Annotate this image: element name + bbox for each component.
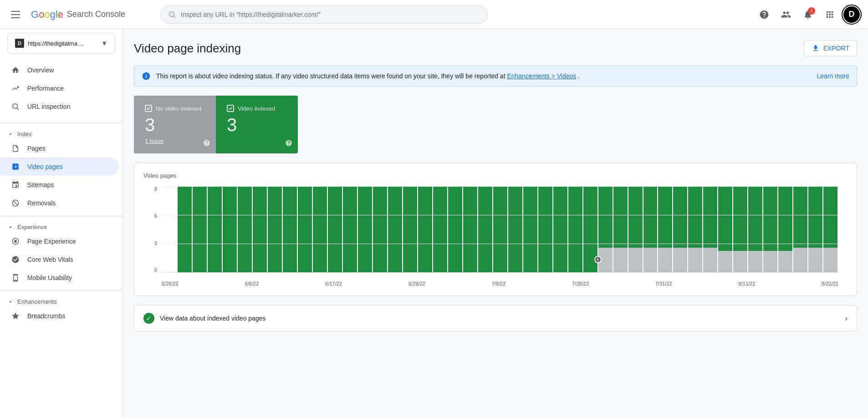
- bar-grey[interactable]: [628, 248, 643, 272]
- search-input[interactable]: [181, 11, 480, 18]
- bar-green[interactable]: [778, 186, 792, 251]
- enhancements-section-header[interactable]: Enhancements: [0, 295, 123, 307]
- site-selector[interactable]: D https://thedigitalma ... ▼: [7, 33, 115, 54]
- stat-issue-no-video[interactable]: 1 issue: [145, 138, 205, 144]
- bar-grey[interactable]: [703, 248, 717, 272]
- bar-green[interactable]: [298, 186, 312, 272]
- bar-grey[interactable]: [658, 248, 672, 272]
- bar-green[interactable]: [718, 186, 732, 251]
- sidebar-item-breadcrumbs[interactable]: Breadcrumbs: [0, 307, 119, 325]
- stat-card-no-video[interactable]: No video indexed 3 1 issue: [134, 96, 216, 153]
- help-no-video-icon[interactable]: [203, 139, 210, 148]
- bar-green[interactable]: [208, 186, 222, 272]
- bar-green[interactable]: [433, 186, 447, 272]
- bar-green[interactable]: [373, 186, 387, 272]
- collapse-enhancements-icon: [7, 299, 14, 305]
- bar-green[interactable]: [613, 186, 628, 248]
- bar-green[interactable]: [808, 186, 822, 248]
- apps-button[interactable]: [821, 5, 839, 24]
- bar-grey[interactable]: [613, 248, 628, 272]
- sidebar-item-video-pages[interactable]: Video pages: [0, 158, 119, 176]
- bar-green[interactable]: [253, 186, 267, 272]
- enhancements-videos-link[interactable]: Enhancements > Videos: [507, 72, 576, 80]
- bar-green[interactable]: [508, 186, 522, 272]
- bar-green[interactable]: [793, 186, 807, 248]
- bar-grey[interactable]: [718, 251, 732, 272]
- bar-green[interactable]: [448, 186, 462, 272]
- bar-green[interactable]: [553, 186, 567, 272]
- bar-green[interactable]: [538, 186, 552, 272]
- bar-green[interactable]: [628, 186, 643, 248]
- bar-green[interactable]: [658, 186, 672, 248]
- view-data-link[interactable]: ✓ View data about indexed video pages ›: [134, 305, 857, 331]
- learn-more-link[interactable]: Learn more: [817, 72, 849, 80]
- bar-group: [448, 186, 462, 272]
- bar-green[interactable]: [763, 186, 777, 251]
- help-button[interactable]: [755, 5, 773, 24]
- bar-grey[interactable]: [778, 251, 792, 272]
- bar-grey[interactable]: [643, 248, 658, 272]
- bar-green[interactable]: [328, 186, 342, 272]
- bar-green[interactable]: [403, 186, 417, 272]
- bar-green[interactable]: [478, 186, 492, 272]
- sidebar-item-sitemaps[interactable]: Sitemaps: [0, 176, 119, 194]
- sidebar-item-core-web-vitals[interactable]: Core Web Vitals: [0, 250, 119, 269]
- bar-green[interactable]: [733, 186, 747, 251]
- bar-green[interactable]: [223, 186, 237, 272]
- bar-grey[interactable]: [673, 248, 687, 272]
- bar-green[interactable]: [193, 186, 207, 272]
- bar-green[interactable]: [703, 186, 717, 248]
- notifications-button[interactable]: 1: [799, 5, 817, 24]
- bar-green[interactable]: [313, 186, 327, 272]
- bar-green[interactable]: [463, 186, 477, 272]
- index-section-header[interactable]: Index: [0, 127, 123, 139]
- bar-green[interactable]: [523, 186, 537, 272]
- bar-grey[interactable]: [808, 248, 822, 272]
- bar-grey[interactable]: [748, 251, 762, 272]
- sidebar-item-overview[interactable]: Overview: [0, 61, 119, 79]
- bar-grey[interactable]: [793, 248, 807, 272]
- menu-icon[interactable]: [7, 7, 24, 22]
- bar-green[interactable]: [418, 186, 432, 272]
- bar-grey[interactable]: [688, 248, 702, 272]
- chart-dot-marker[interactable]: 1: [594, 256, 602, 263]
- bar-green[interactable]: [493, 186, 507, 272]
- site-icon: D: [15, 39, 24, 48]
- bar-grey[interactable]: [823, 248, 837, 272]
- bar-green[interactable]: [568, 186, 582, 272]
- search-bar[interactable]: [160, 5, 488, 24]
- sidebar-item-url-inspection[interactable]: URL inspection: [0, 97, 119, 116]
- bar-green[interactable]: [388, 186, 402, 272]
- view-data-text: View data about indexed video pages: [160, 315, 266, 322]
- x-label: 8/22/22: [822, 281, 838, 286]
- sidebar-item-performance[interactable]: Performance: [0, 79, 119, 97]
- bar-green[interactable]: [688, 186, 702, 248]
- sidebar-item-removals[interactable]: Removals: [0, 194, 119, 212]
- bar-green[interactable]: [238, 186, 252, 272]
- bar-green[interactable]: [673, 186, 687, 248]
- y-label-9: 9: [154, 186, 157, 192]
- sidebar-item-page-experience[interactable]: Page Experience: [0, 232, 119, 250]
- stat-card-video-indexed[interactable]: Video indexed 3: [216, 96, 298, 153]
- bar-green[interactable]: [283, 186, 297, 272]
- bar-group: [193, 186, 207, 272]
- bar-grey[interactable]: [733, 251, 747, 272]
- bar-green[interactable]: [598, 186, 613, 248]
- bar-green[interactable]: [358, 186, 372, 272]
- bar-green[interactable]: [343, 186, 357, 272]
- export-button[interactable]: EXPORT: [804, 40, 857, 56]
- bar-green[interactable]: [823, 186, 837, 248]
- bar-green[interactable]: [643, 186, 658, 248]
- avatar[interactable]: D: [842, 5, 861, 24]
- accounts-button[interactable]: [777, 5, 795, 24]
- bar-green[interactable]: [748, 186, 762, 251]
- help-video-indexed-icon[interactable]: [285, 139, 292, 148]
- nav-divider-2: [0, 216, 123, 216]
- info-text: This report is about video indexing stat…: [156, 72, 580, 80]
- experience-section-header[interactable]: Experience: [0, 220, 123, 232]
- sidebar-item-pages[interactable]: Pages: [0, 139, 119, 158]
- bar-green[interactable]: [268, 186, 282, 272]
- bar-grey[interactable]: [763, 251, 777, 272]
- sidebar-item-mobile-usability[interactable]: Mobile Usability: [0, 269, 119, 287]
- bar-green[interactable]: [178, 186, 192, 272]
